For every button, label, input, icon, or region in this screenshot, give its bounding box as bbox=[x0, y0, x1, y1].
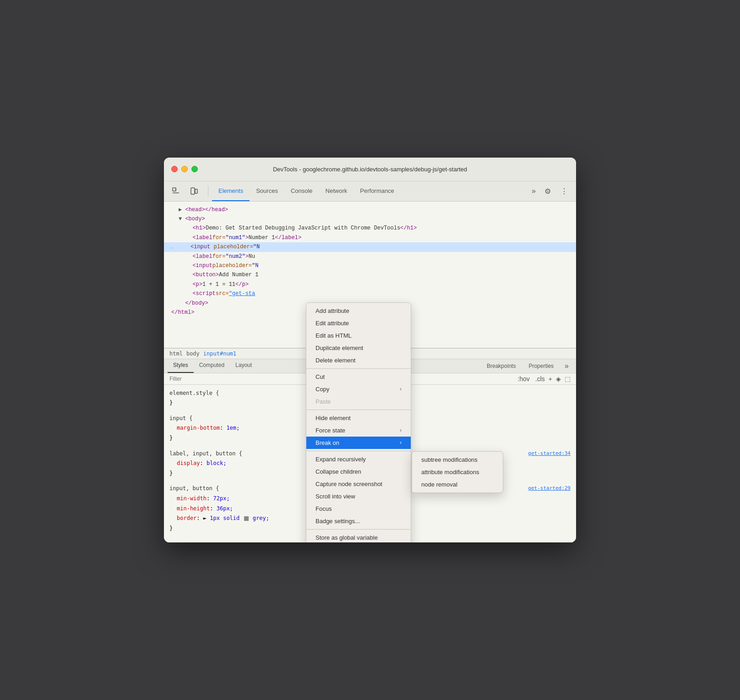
menu-duplicate-element[interactable]: Duplicate element bbox=[306, 342, 411, 354]
force-state-icon[interactable]: .cls bbox=[535, 375, 545, 383]
force-state-arrow-icon: › bbox=[400, 427, 402, 433]
html-script: <script src="get-sta bbox=[171, 289, 569, 298]
html-body-open: ▼ <body> bbox=[171, 214, 569, 224]
inspect-icon[interactable] bbox=[168, 181, 184, 201]
html-p: <p>1 + 1 = 11</p> bbox=[171, 280, 569, 289]
menu-edit-attribute[interactable]: Edit attribute bbox=[306, 317, 411, 329]
tab-console[interactable]: Console bbox=[284, 181, 319, 201]
tab-breakpoints[interactable]: Breakpoints bbox=[481, 360, 521, 372]
html-input-num1-selected[interactable]: … <input placeholder="N bbox=[164, 242, 576, 252]
menu-paste[interactable]: Paste bbox=[306, 395, 411, 408]
break-on-submenu: subtree modifications attribute modifica… bbox=[412, 451, 503, 493]
settings-button[interactable]: ⚙ bbox=[539, 181, 556, 201]
breadcrumb-selected[interactable]: input#num1 bbox=[203, 350, 236, 357]
menu-separator-2 bbox=[306, 410, 411, 410]
tab-network[interactable]: Network bbox=[319, 181, 354, 201]
tab-properties[interactable]: Properties bbox=[523, 360, 559, 372]
more-panel-tabs[interactable]: » bbox=[561, 359, 572, 373]
break-on-arrow-icon: › bbox=[400, 439, 402, 446]
toggle-sidebar-icon[interactable]: ⬚ bbox=[565, 375, 571, 383]
svg-rect-4 bbox=[195, 189, 197, 193]
toolbar-icons: :hov .cls + ◈ ⬚ bbox=[517, 375, 571, 383]
plus-icon[interactable]: + bbox=[549, 375, 552, 383]
menu-cut[interactable]: Cut bbox=[306, 371, 411, 383]
maximize-button[interactable] bbox=[191, 166, 198, 172]
menu-copy[interactable]: Copy › bbox=[306, 383, 411, 395]
tab-computed[interactable]: Computed bbox=[194, 359, 230, 373]
menu-add-attribute[interactable]: Add attribute bbox=[306, 305, 411, 317]
color-swatch bbox=[244, 516, 249, 521]
html-label-num2: <label for="num2">Nu bbox=[171, 252, 569, 261]
svg-rect-0 bbox=[173, 188, 176, 191]
menu-separator-1 bbox=[306, 368, 411, 369]
menu-store-global[interactable]: Store as global variable bbox=[306, 531, 411, 543]
window-title: DevTools - googlechrome.github.io/devtoo… bbox=[273, 166, 467, 173]
breadcrumb-html[interactable]: html bbox=[169, 350, 183, 357]
menu-focus[interactable]: Focus bbox=[306, 503, 411, 515]
menu-expand-recursively[interactable]: Expand recursively bbox=[306, 453, 411, 465]
add-style-icon[interactable]: :hov bbox=[517, 375, 529, 383]
close-button[interactable] bbox=[171, 166, 178, 172]
submenu-attribute-modifications[interactable]: attribute modifications bbox=[412, 466, 503, 478]
menu-edit-as-html[interactable]: Edit as HTML bbox=[306, 329, 411, 342]
menu-force-state[interactable]: Force state › bbox=[306, 424, 411, 437]
menu-collapse-children[interactable]: Collapse children bbox=[306, 465, 411, 478]
more-options-button[interactable]: ⋮ bbox=[556, 181, 572, 201]
tab-styles[interactable]: Styles bbox=[168, 359, 194, 373]
color-format-icon[interactable]: ◈ bbox=[556, 375, 561, 383]
devtools-content-area: ▶ <head> </head> ▼ <body> <h1>Demo: Get … bbox=[164, 202, 576, 543]
svg-rect-3 bbox=[191, 188, 195, 194]
source-link-29[interactable]: get-started:29 bbox=[528, 484, 571, 493]
copy-arrow-icon: › bbox=[400, 386, 402, 392]
menu-hide-element[interactable]: Hide element bbox=[306, 412, 411, 424]
submenu-node-removal[interactable]: node removal bbox=[412, 478, 503, 491]
tab-layout[interactable]: Layout bbox=[230, 359, 257, 373]
devtools-window: DevTools - googlechrome.github.io/devtoo… bbox=[164, 158, 576, 543]
context-menu: Add attribute Edit attribute Edit as HTM… bbox=[306, 302, 411, 543]
menu-badge-settings[interactable]: Badge settings... bbox=[306, 515, 411, 527]
html-button: <button>Add Number 1 bbox=[171, 270, 569, 279]
minimize-button[interactable] bbox=[181, 166, 188, 172]
device-icon[interactable] bbox=[186, 181, 202, 201]
titlebar: DevTools - googlechrome.github.io/devtoo… bbox=[164, 158, 576, 181]
breadcrumb-body[interactable]: body bbox=[186, 350, 200, 357]
html-h1-line: <h1>Demo: Get Started Debugging JavaScri… bbox=[171, 224, 569, 233]
html-head-line: ▶ <head> </head> bbox=[171, 205, 569, 214]
tab-divider bbox=[208, 186, 208, 197]
submenu-subtree-modifications[interactable]: subtree modifications bbox=[412, 454, 503, 466]
source-link-34[interactable]: get-started:34 bbox=[528, 449, 571, 458]
menu-scroll-into-view[interactable]: Scroll into view bbox=[306, 490, 411, 503]
tab-performance[interactable]: Performance bbox=[354, 181, 400, 201]
right-tabs: Breakpoints Properties » bbox=[481, 359, 572, 373]
menu-separator-4 bbox=[306, 529, 411, 530]
menu-delete-element[interactable]: Delete element bbox=[306, 354, 411, 366]
menu-break-on[interactable]: Break on › bbox=[306, 437, 411, 449]
more-tabs-button[interactable]: » bbox=[528, 181, 539, 201]
html-label-num1: <label for="num1">Number 1</label> bbox=[171, 233, 569, 242]
html-input-num2: <input placeholder="N bbox=[171, 261, 569, 270]
tab-elements[interactable]: Elements bbox=[212, 181, 250, 201]
menu-capture-screenshot[interactable]: Capture node screenshot bbox=[306, 478, 411, 490]
traffic-lights bbox=[171, 166, 198, 172]
menu-separator-3 bbox=[306, 451, 411, 451]
tab-sources[interactable]: Sources bbox=[250, 181, 284, 201]
ellipsis-button[interactable]: … bbox=[171, 243, 174, 251]
devtools-tab-bar: Elements Sources Console Network Perform… bbox=[164, 181, 576, 202]
